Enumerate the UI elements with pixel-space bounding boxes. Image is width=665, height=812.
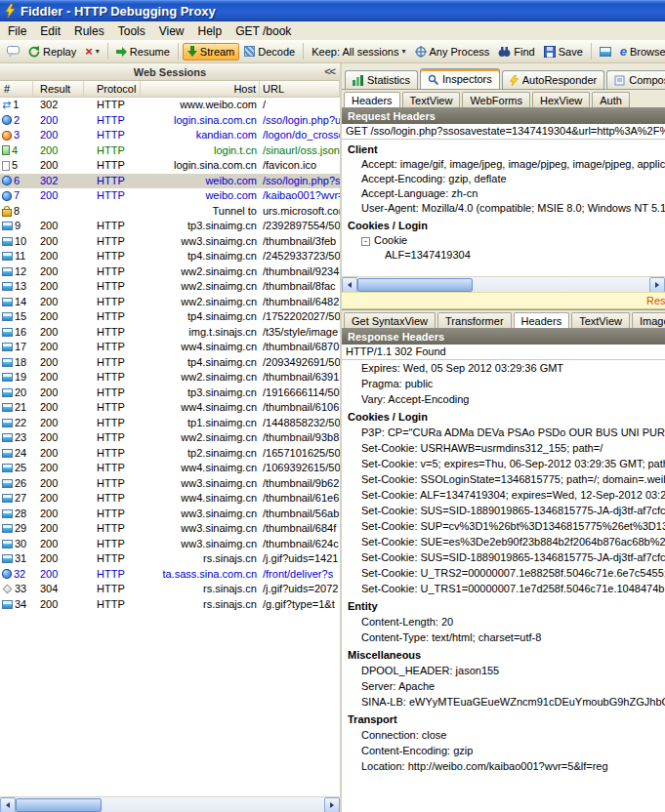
response-tab-textview[interactable]: TextView (571, 312, 630, 328)
session-row[interactable]: 4200HTTPlogin.t.cn/sinaurl/oss.json (0, 143, 340, 159)
request-tab-hexview[interactable]: HexView (532, 92, 590, 107)
image-icon (2, 433, 13, 442)
session-row[interactable]: 13200HTTPww2.sinaimg.cn/thumbnail/8fac (0, 279, 340, 295)
session-row[interactable]: 15200HTTPtp4.sinaimg.cn/1752202027/50 (0, 309, 340, 325)
session-row[interactable]: 26200HTTPww3.sinaimg.cn/thumbnail/9b62 (0, 476, 340, 492)
session-row[interactable]: 7200HTTPweibo.com/kaibao001?wvr=5&lf=reg (0, 188, 340, 204)
collapse-node-icon[interactable]: - (361, 237, 370, 246)
session-row[interactable]: 31200HTTPrs.sinajs.cn/j.gif?uids=1421 (0, 551, 340, 567)
session-row[interactable]: 30200HTTPww3.sinaimg.cn/thumbnail/624c (0, 537, 340, 552)
session-row[interactable]: 9200HTTPtp3.sinaimg.cn/2392897554/50 (0, 219, 340, 234)
encoding-notice[interactable]: Response is encoded and may need to be d… (342, 292, 665, 309)
session-row[interactable]: 6302HTTPweibo.com/sso/login.php?ssosaves… (0, 174, 340, 189)
menu-rules[interactable]: Rules (67, 22, 111, 40)
header-node[interactable]: -Cookie (342, 233, 665, 248)
menu-edit[interactable]: Edit (33, 22, 67, 40)
save-button[interactable]: Save (540, 44, 587, 60)
session-row[interactable]: 23200HTTPww2.sinaimg.cn/thumbnail/93b8 (0, 430, 340, 446)
request-tab-textview[interactable]: TextView (402, 92, 461, 107)
session-row[interactable]: 21200HTTPww4.sinaimg.cn/thumbnail/6106 (0, 400, 340, 416)
find-button[interactable]: Find (494, 44, 538, 60)
menu-help[interactable]: Help (191, 22, 229, 40)
tab-statistics[interactable]: Statistics (345, 70, 418, 89)
column-header-result[interactable]: Result (33, 81, 84, 97)
resume-button[interactable]: Resume (112, 44, 174, 60)
keep-label: Keep: All sessions (312, 46, 398, 58)
request-hscrollbar[interactable] (342, 276, 665, 292)
session-row[interactable]: 19200HTTPww2.sinaimg.cn/thumbnail/6391 (0, 370, 340, 386)
request-tab-headers[interactable]: Headers (344, 92, 400, 107)
column-header-host[interactable]: Host (141, 81, 260, 97)
column-header-num[interactable]: # (0, 81, 33, 97)
session-row[interactable]: 10200HTTPww3.sinaimg.cn/thumbnail/3feb (0, 234, 340, 250)
stream-button[interactable]: Stream (183, 43, 239, 61)
response-tab-get-syntaxview[interactable]: Get SyntaxView (344, 312, 436, 328)
tab-inspectors[interactable]: Inspectors (420, 68, 500, 89)
decode-button[interactable]: Decode (240, 44, 299, 60)
response-tab-transformer[interactable]: Transformer (437, 312, 512, 328)
replay-button[interactable]: Replay (24, 44, 80, 60)
response-tab-headers[interactable]: Headers (514, 312, 570, 328)
session-row[interactable]: 32200HTTPta.sass.sina.com.cn/front/deliv… (0, 567, 340, 583)
lock-icon (2, 206, 12, 217)
column-header-protocol[interactable]: Protocol (84, 81, 141, 97)
session-row[interactable]: 16200HTTPimg.t.sinajs.cn/t35/style/image (0, 325, 340, 341)
session-row[interactable]: 14200HTTPww2.sinaimg.cn/thumbnail/6482 (0, 295, 340, 310)
session-row[interactable]: 25200HTTPww4.sinaimg.cn/1069392615/50 (0, 461, 340, 476)
session-row[interactable]: 34200HTTPrs.sinajs.cn/g.gif?type=1&t (0, 597, 340, 613)
header-item: Set-Cookie: USRHAWB=usrmdins312_155; pat… (342, 440, 665, 456)
session-row[interactable]: 27200HTTPww4.sinaimg.cn/thumbnail/61e6 (0, 491, 340, 507)
scroll-right-button[interactable] (324, 797, 340, 812)
session-protocol: HTTP (84, 537, 141, 552)
session-row[interactable]: 8Tunnel tours.microsoft.com:443 (0, 204, 340, 220)
session-row[interactable]: 24200HTTPtp2.sinaimg.cn/1657101625/50 (0, 446, 340, 462)
session-row[interactable]: 28200HTTPww3.sinaimg.cn/thumbnail/56ab (0, 507, 340, 522)
session-row[interactable]: 33304HTTPrs.sinajs.cn/j.gif?uids=2072 (0, 582, 340, 597)
scrollbar-track[interactable] (357, 277, 649, 292)
request-tab-webforms[interactable]: WebForms (462, 92, 530, 107)
session-row[interactable]: 17200HTTPww4.sinaimg.cn/thumbnail/6870 (0, 340, 340, 355)
session-row[interactable]: 5200HTTPlogin.sina.com.cn/favicon.ico (0, 158, 340, 174)
menu-get-book[interactable]: GET /book (229, 22, 298, 40)
session-host: kandian.com (141, 128, 260, 143)
session-number: 22 (15, 416, 26, 431)
session-row[interactable]: 11200HTTPtp4.sinaimg.cn/2452933723/50 (0, 249, 340, 264)
scroll-left-button[interactable] (342, 277, 357, 293)
menu-file[interactable]: File (1, 22, 33, 40)
screenshot-button[interactable] (596, 45, 615, 59)
browse-button[interactable]: e Browse (616, 44, 665, 60)
scroll-right-button[interactable] (649, 277, 665, 293)
comment-button[interactable] (3, 44, 23, 59)
session-number: 17 (15, 340, 26, 355)
session-row[interactable]: 29200HTTPww3.sinaimg.cn/thumbnail/684f (0, 521, 340, 537)
session-protocol: HTTP (84, 416, 141, 431)
collapse-panel-button[interactable]: << (324, 65, 335, 77)
session-row[interactable]: 22200HTTPtp1.sinaimg.cn/1448858232/50 (0, 416, 340, 431)
tab-autoresponder[interactable]: AutoResponder (502, 70, 604, 89)
any-process-button[interactable]: Any Process (411, 44, 494, 60)
keep-sessions-button[interactable]: Keep: All sessions ▾ (308, 44, 409, 60)
response-tab-imageview[interactable]: ImageView (632, 312, 665, 328)
session-result: 200 (33, 264, 84, 280)
request-tab-auth[interactable]: Auth (592, 92, 630, 107)
scrollbar-thumb[interactable] (16, 798, 102, 812)
session-host: weibo.com (141, 188, 260, 204)
scrollbar-thumb[interactable] (357, 278, 473, 292)
scrollbar-track[interactable] (16, 797, 324, 812)
remove-sessions-button[interactable]: × ▾ (81, 44, 104, 59)
session-row[interactable]: 1302HTTPwww.weibo.com/ (0, 98, 340, 113)
session-row[interactable]: 18200HTTPtp4.sinaimg.cn/2093492691/50 (0, 355, 340, 371)
session-number: 3 (14, 128, 20, 143)
scroll-left-button[interactable] (0, 797, 16, 812)
session-row[interactable]: 2200HTTPlogin.sina.com.cn/sso/login.php?… (0, 113, 340, 129)
session-row[interactable]: 20200HTTPtp3.sinaimg.cn/1916666114/50 (0, 386, 340, 401)
session-row[interactable]: 12200HTTPww2.sinaimg.cn/thumbnail/9234 (0, 264, 340, 280)
column-header-url[interactable]: URL (260, 81, 340, 97)
menu-tools[interactable]: Tools (111, 22, 152, 40)
session-row[interactable]: 3200HTTPkandian.com/logon/do_crossdomain… (0, 128, 340, 143)
image-icon (2, 252, 13, 261)
tab-composer[interactable]: Composer (606, 70, 665, 89)
sessions-hscrollbar[interactable] (0, 796, 340, 812)
menu-view[interactable]: View (152, 22, 191, 40)
session-result: 200 (33, 128, 84, 143)
